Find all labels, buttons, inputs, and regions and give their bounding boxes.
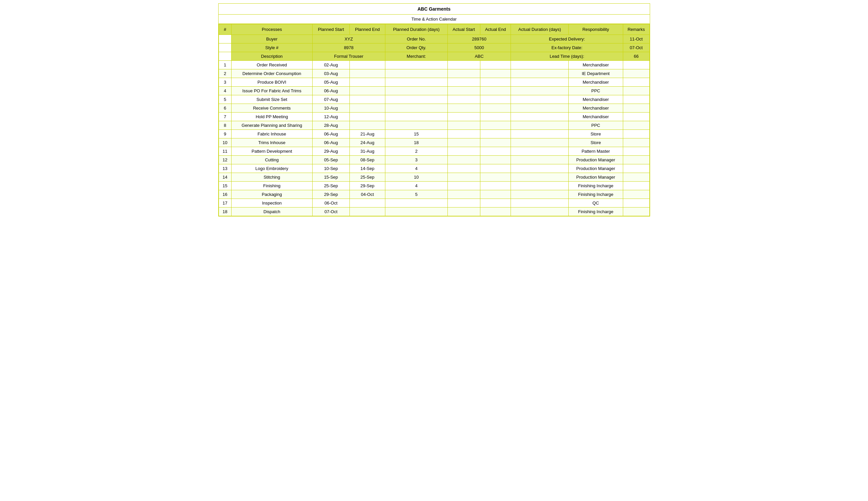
row-planned-duration (385, 104, 447, 113)
row-responsibility: IE Department (568, 70, 623, 78)
row-remarks (623, 95, 649, 104)
row-actual-end (480, 173, 511, 182)
col-responsibility: Responsibility (568, 24, 623, 35)
row-planned-start: 02-Aug (312, 61, 349, 70)
merchant-label: Merchant: (385, 52, 447, 61)
row-actual-start (447, 113, 480, 121)
table-row: 17Inspection06-OctQC (219, 199, 649, 207)
row-actual-duration (511, 199, 568, 207)
row-actual-start (447, 130, 480, 138)
row-planned-start: 29-Sep (312, 190, 349, 199)
row-actual-duration (511, 147, 568, 156)
row-num: 10 (219, 138, 232, 147)
row-responsibility: Merchandiser (568, 113, 623, 121)
row-planned-start: 07-Aug (312, 95, 349, 104)
row-planned-duration (385, 61, 447, 70)
row-planned-end (350, 70, 385, 78)
row-num: 13 (219, 164, 232, 173)
row-actual-duration (511, 104, 568, 113)
row-planned-end (350, 113, 385, 121)
row-remarks (623, 182, 649, 190)
row-planned-start: 25-Sep (312, 182, 349, 190)
row-planned-start: 12-Aug (312, 113, 349, 121)
description-label: Description (232, 52, 313, 61)
row-num: 9 (219, 130, 232, 138)
row-actual-duration (511, 130, 568, 138)
row-actual-end (480, 61, 511, 70)
row-num: 2 (219, 70, 232, 78)
style-value: 8978 (312, 43, 385, 52)
buyer-label: Buyer (232, 35, 313, 43)
row-planned-end: 31-Aug (350, 147, 385, 156)
description-value: Formal Trouser (312, 52, 385, 61)
table-row: 12Cutting05-Sep08-Sep3Production Manager (219, 156, 649, 164)
info-row-3: Description Formal Trouser Merchant: ABC… (219, 52, 649, 61)
row-planned-end (350, 61, 385, 70)
row-actual-start (447, 147, 480, 156)
row-planned-duration: 18 (385, 138, 447, 147)
row-process: Trims Inhouse (232, 138, 313, 147)
row-remarks (623, 173, 649, 182)
row-actual-end (480, 87, 511, 95)
info-section: Buyer XYZ Order No. 289760 Expected Deli… (219, 35, 649, 61)
row-remarks (623, 190, 649, 199)
col-remarks: Remarks (623, 24, 649, 35)
row-actual-start (447, 61, 480, 70)
row-responsibility: Merchandiser (568, 61, 623, 70)
row-planned-start: 29-Aug (312, 147, 349, 156)
row-responsibility: Finishing Incharge (568, 207, 623, 216)
row-responsibility: Production Manager (568, 173, 623, 182)
row-actual-end (480, 147, 511, 156)
row-actual-duration (511, 70, 568, 78)
row-actual-duration (511, 138, 568, 147)
table-row: 8Generate Planning and Sharing28-AugPPC (219, 121, 649, 130)
row-planned-end: 08-Sep (350, 156, 385, 164)
row-num: 6 (219, 104, 232, 113)
row-planned-duration: 4 (385, 164, 447, 173)
data-section: 1Order Received02-AugMerchandiser2Determ… (219, 61, 649, 216)
row-actual-start (447, 156, 480, 164)
row-planned-start: 05-Aug (312, 78, 349, 87)
row-responsibility: QC (568, 199, 623, 207)
row-planned-end: 14-Sep (350, 164, 385, 173)
row-process: Order Received (232, 61, 313, 70)
leadtime-value: 66 (623, 52, 649, 61)
row-process: Dispatch (232, 207, 313, 216)
row-num: 3 (219, 78, 232, 87)
row-responsibility: Production Manager (568, 164, 623, 173)
row-process: Generate Planning and Sharing (232, 121, 313, 130)
row-planned-duration (385, 207, 447, 216)
main-table: Buyer XYZ Order No. 289760 Expected Deli… (219, 24, 650, 216)
row-actual-duration (511, 121, 568, 130)
row-actual-start (447, 70, 480, 78)
row-process: Finishing (232, 182, 313, 190)
table-row: 4Issue PO For Fabric And Trims06-AugPPC (219, 87, 649, 95)
row-planned-duration (385, 70, 447, 78)
row-remarks (623, 199, 649, 207)
table-row: 3Produce BOIVI05-AugMerchandiser (219, 78, 649, 87)
row-planned-duration: 15 (385, 130, 447, 138)
row-remarks (623, 164, 649, 173)
order-no-label: Order No. (385, 35, 447, 43)
row-actual-start (447, 78, 480, 87)
row-remarks (623, 130, 649, 138)
row-remarks (623, 121, 649, 130)
table-row: 2Determine Order Consumption03-AugIE Dep… (219, 70, 649, 78)
row-actual-duration (511, 173, 568, 182)
row-process: Receive Comments (232, 104, 313, 113)
row-actual-end (480, 113, 511, 121)
row-process: Produce BOIVI (232, 78, 313, 87)
row-planned-duration: 4 (385, 182, 447, 190)
row-actual-duration (511, 207, 568, 216)
col-actual-end: Actual End (480, 24, 511, 35)
row-actual-start (447, 199, 480, 207)
row-actual-duration (511, 95, 568, 104)
row-num: 7 (219, 113, 232, 121)
row-actual-duration (511, 182, 568, 190)
page-container: ABC Garments Time & Action Calendar Buye… (218, 3, 650, 216)
col-planned-start: Planned Start (312, 24, 349, 35)
row-actual-duration (511, 113, 568, 121)
row-planned-start: 05-Sep (312, 156, 349, 164)
row-actual-end (480, 182, 511, 190)
row-planned-end: 29-Sep (350, 182, 385, 190)
